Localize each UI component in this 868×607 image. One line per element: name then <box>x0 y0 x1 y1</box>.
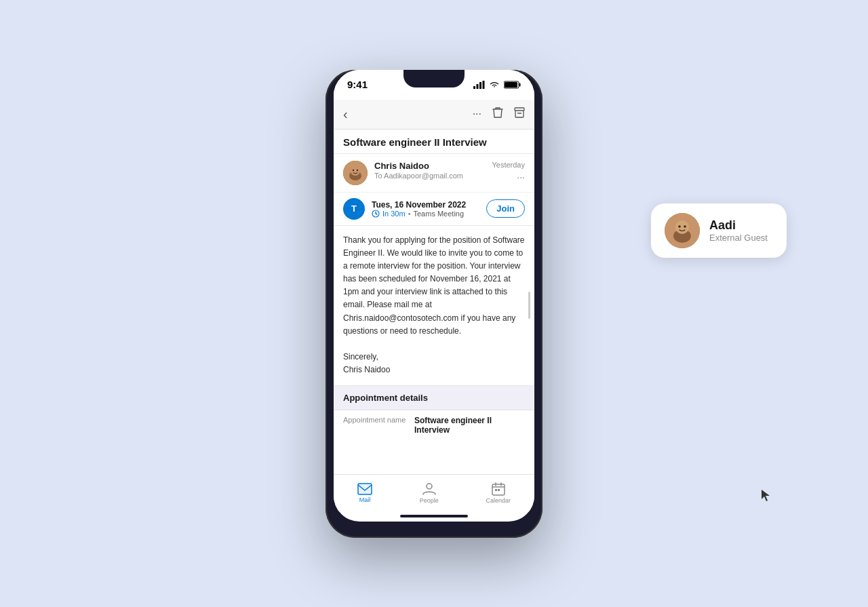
email-toolbar: ‹ ··· <box>334 100 534 130</box>
svg-point-12 <box>357 169 358 170</box>
svg-rect-14 <box>358 484 372 494</box>
wifi-icon <box>489 81 500 89</box>
email-body-text: Thank you for applying for the position … <box>343 234 525 377</box>
meeting-row: T Tues, 16 November 2022 In 30m • Teams … <box>334 193 534 226</box>
svg-point-23 <box>684 225 686 228</box>
phone-screen: 9:41 <box>334 70 534 522</box>
svg-rect-5 <box>519 83 521 86</box>
meeting-separator: • <box>408 210 411 218</box>
meeting-info: Tues, 16 November 2022 In 30m • Teams Me… <box>372 200 479 218</box>
svg-rect-3 <box>483 81 485 89</box>
notch <box>403 70 465 87</box>
nav-item-people[interactable]: People <box>420 482 439 504</box>
status-time: 9:41 <box>347 79 368 90</box>
sender-more-button[interactable]: ··· <box>517 172 525 182</box>
cursor <box>762 490 770 502</box>
meeting-time-label: In 30m <box>382 210 406 218</box>
guest-avatar <box>665 213 700 248</box>
email-subject: Software engineer II Interview <box>343 136 525 148</box>
join-button[interactable]: Join <box>486 199 525 218</box>
mail-icon <box>357 483 372 495</box>
email-signature: Sincerely, Chris Naidoo <box>343 352 390 374</box>
trash-icon <box>492 106 503 119</box>
svg-point-22 <box>678 225 681 228</box>
status-bar: 9:41 <box>334 70 534 100</box>
teams-letter: T <box>351 203 357 214</box>
svg-rect-0 <box>473 86 475 89</box>
more-button[interactable]: ··· <box>473 108 481 120</box>
svg-rect-1 <box>477 84 479 89</box>
guest-role: External Guest <box>709 233 768 243</box>
svg-point-15 <box>427 484 432 489</box>
nav-item-calendar[interactable]: Calendar <box>486 482 511 504</box>
guest-info: Aadi External Guest <box>709 218 768 243</box>
battery-icon <box>504 81 521 89</box>
meeting-type: Teams Meeting <box>414 210 465 218</box>
nav-item-mail[interactable]: Mail <box>357 483 372 503</box>
sender-name: Chris Naidoo <box>374 161 485 171</box>
appointment-title: Appointment details <box>343 393 525 403</box>
nav-label-mail: Mail <box>359 496 371 503</box>
sender-avatar <box>343 161 368 185</box>
sender-info: Chris Naidoo To Aadikapoor@gmail.com <box>374 161 485 180</box>
toolbar-right: ··· <box>473 106 525 121</box>
appointment-label: Appointment name <box>343 416 408 424</box>
email-body: Thank you for applying for the position … <box>334 226 534 386</box>
sender-row: Chris Naidoo To Aadikapoor@gmail.com Yes… <box>334 154 534 193</box>
meeting-time: In 30m • Teams Meeting <box>372 210 479 218</box>
archive-button[interactable] <box>514 107 525 121</box>
svg-rect-18 <box>498 489 500 491</box>
calendar-icon <box>492 482 505 496</box>
meeting-date: Tues, 16 November 2022 <box>372 200 479 210</box>
delete-button[interactable] <box>492 106 503 121</box>
subject-row: Software engineer II Interview <box>334 130 534 154</box>
svg-rect-2 <box>479 82 481 89</box>
sender-meta: Yesterday ··· <box>492 161 525 182</box>
svg-rect-7 <box>515 108 524 111</box>
bottom-nav: Mail People Calendar <box>334 474 534 512</box>
svg-point-11 <box>353 169 354 170</box>
nav-label-calendar: Calendar <box>486 497 511 504</box>
archive-icon <box>514 107 525 118</box>
guest-card: Aadi External Guest <box>651 203 787 258</box>
people-icon <box>422 482 437 496</box>
home-indicator <box>400 515 468 517</box>
email-content: Software engineer II Interview Chris Nai… <box>334 130 534 474</box>
phone-shell: 9:41 <box>326 70 542 538</box>
chris-avatar <box>343 161 368 185</box>
guest-name: Aadi <box>709 218 768 233</box>
aadi-avatar <box>665 213 700 248</box>
svg-rect-6 <box>505 82 517 87</box>
back-button[interactable]: ‹ <box>343 106 348 122</box>
teams-icon: T <box>343 198 365 220</box>
clock-icon <box>372 210 380 218</box>
appointment-value: Software engineer II Interview <box>414 416 525 435</box>
svg-point-10 <box>351 166 360 176</box>
email-body-paragraph: Thank you for applying for the position … <box>343 235 525 336</box>
svg-point-21 <box>675 220 689 234</box>
svg-rect-17 <box>495 489 497 491</box>
signal-icon <box>473 81 485 89</box>
sender-time: Yesterday <box>492 161 525 169</box>
sender-to: To Aadikapoor@gmail.com <box>374 172 485 180</box>
nav-label-people: People <box>420 497 439 504</box>
appointment-row: Appointment name Software engineer II In… <box>334 410 534 440</box>
scroll-indicator <box>528 292 530 319</box>
toolbar-left: ‹ <box>343 106 348 122</box>
appointment-section-header: Appointment details <box>334 386 534 410</box>
status-icons <box>473 81 521 89</box>
